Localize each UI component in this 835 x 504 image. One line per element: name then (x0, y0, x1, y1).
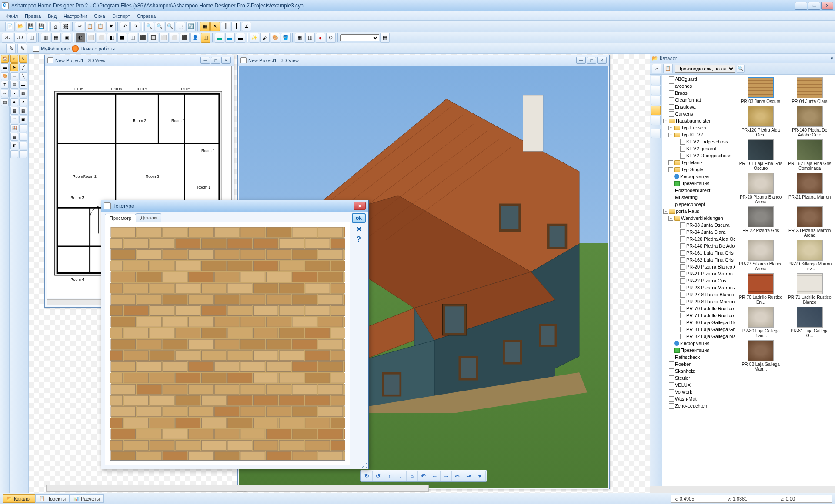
delete-icon[interactable]: ✖ (106, 22, 116, 31)
arrow-icon[interactable]: ➤ (10, 63, 18, 71)
texture-thumb[interactable]: PR-81 Laja Gallega G... (787, 307, 833, 338)
v-c[interactable]: ▤ (10, 81, 18, 89)
zoom-fit-icon[interactable]: 🔍 (165, 22, 175, 31)
paint-icon[interactable]: 🎨 (1, 72, 9, 80)
opt-b[interactable]: ◫ (305, 33, 315, 43)
tree-item[interactable]: Rathscheck (662, 354, 735, 361)
dim-icon[interactable]: ↔ (1, 90, 9, 97)
cut-icon[interactable]: ✂ (75, 22, 84, 31)
render-g[interactable]: 🔲 (149, 33, 158, 43)
copy-icon[interactable]: 📋 (85, 22, 95, 31)
undo-icon[interactable]: ↶ (120, 22, 130, 31)
view-3d-button[interactable]: 3D (14, 33, 26, 43)
tree-item[interactable]: PR-70 Ladrillo Rustico E (662, 305, 735, 312)
edit-mode-a[interactable]: ✎ (6, 44, 16, 53)
tree-branch[interactable]: +Typ Single (662, 166, 735, 173)
tab-preview[interactable]: Просмотр (105, 214, 136, 222)
snap-angle-icon[interactable]: ∠ (242, 22, 251, 31)
tree-item[interactable]: ABCguard (662, 76, 735, 83)
tree-item[interactable]: arconos (662, 83, 735, 90)
cat-side-d[interactable] (651, 116, 661, 125)
cat-side-selected[interactable] (651, 106, 661, 115)
print-icon[interactable]: 🖨 (50, 22, 60, 31)
v-d[interactable]: ▬ (19, 81, 27, 89)
cat-type-icon[interactable]: 📋 (663, 64, 673, 73)
cat-side-folder[interactable] (651, 96, 661, 105)
minimize-button[interactable]: — (795, 2, 807, 10)
menu-view[interactable]: Вид (44, 13, 60, 20)
combo-btn[interactable]: ▤ (380, 33, 390, 43)
tree-item[interactable]: Steuler (662, 375, 735, 381)
nav-down[interactable]: ↓ (395, 471, 407, 481)
v-b[interactable]: ╲ (19, 72, 27, 80)
texture-thumb[interactable]: PR-29 Sillarejo Marron Env... (787, 240, 833, 272)
v-e[interactable]: ▪ (10, 90, 18, 97)
view-combo[interactable] (340, 34, 379, 41)
home-icon[interactable]: 🏠 (1, 55, 9, 63)
render-selected[interactable]: ◫ (201, 33, 210, 43)
grid-icon[interactable]: ▦ (200, 22, 210, 31)
cat-side-b[interactable] (651, 86, 661, 95)
view-2d-button[interactable]: 2D (2, 33, 13, 43)
texture-thumb[interactable]: PR-27 Sillarejo Blanco Arena (738, 240, 784, 272)
render-c[interactable]: ⬜ (97, 33, 106, 43)
tree-item[interactable]: Cleanformat (662, 96, 735, 103)
tree-item[interactable]: PR-162 Laja Fina Gris C (662, 256, 735, 263)
render-e[interactable]: ◫ (128, 33, 137, 43)
texture-thumb[interactable]: PR-80 Laja Gallega Blan... (738, 307, 784, 338)
v-i[interactable]: 🪟 (10, 124, 18, 132)
dialog-resize-grip[interactable] (361, 462, 367, 468)
cat-home-icon[interactable]: ⌂ (652, 64, 661, 73)
v-grid2[interactable]: ▦ (19, 107, 27, 115)
tree-branch[interactable]: −porta Haus (662, 208, 735, 215)
texture-thumb[interactable]: PR-20 Pizarra Blanco Arena (738, 173, 784, 205)
v-a[interactable]: ▭ (10, 72, 18, 80)
nav-tilt-l[interactable]: ⤺ (452, 471, 463, 481)
text-icon[interactable]: T (1, 81, 9, 89)
texture-thumb[interactable]: PR-162 Laja Fina Gris Combinada (787, 139, 833, 171)
tree-item[interactable]: PR-27 Sillarejo Blanco A (662, 291, 735, 298)
tree-item[interactable]: PR-71 Ladrillo Rustico B (662, 312, 735, 319)
opt-a[interactable]: ▦ (295, 33, 304, 43)
menu-export[interactable]: Экспорт (109, 13, 134, 20)
texture-thumb[interactable]: PR-70 Ladrillo Rustico En... (738, 273, 784, 305)
cat-side-a[interactable] (651, 76, 661, 85)
tree-branch[interactable]: +Typ Freisen (662, 124, 735, 131)
tree-item[interactable]: PR-23 Pizarra Marron Ar (662, 284, 735, 291)
layer-c[interactable]: ▬ (236, 33, 245, 43)
help-button[interactable]: ? (352, 235, 366, 244)
subwindow-3d-titlebar[interactable]: New Project1 : 3D-View — ▢ ✕ (238, 55, 609, 66)
nav-rotate-left[interactable]: ↻ (361, 471, 373, 481)
nav-back[interactable]: ↶ (418, 471, 429, 481)
texture-thumb[interactable]: PR-21 Pizarra Marron (787, 173, 833, 205)
layer-a[interactable]: ▬ (215, 33, 224, 43)
tab-details[interactable]: Детали (136, 213, 161, 222)
tree-item[interactable]: PR-82 Laja Gallega Mar (662, 333, 735, 340)
tree-item[interactable]: PR-21 Pizarra Marron (662, 270, 735, 277)
catalog-thumbnails[interactable]: PR-03 Junta OscuraPR-04 Junta ClaraPR-12… (735, 75, 835, 486)
save-icon[interactable]: 💾 (26, 22, 36, 31)
zoom-rect-icon[interactable]: ⬚ (176, 22, 185, 31)
tree-item[interactable]: Skanholz (662, 368, 735, 375)
subwin3d-close[interactable]: ✕ (597, 57, 607, 64)
tree-item[interactable]: pieperconcept (662, 201, 735, 208)
paste-icon[interactable]: 📋 (96, 22, 105, 31)
nav-tilt-r[interactable]: ⤻ (463, 471, 474, 481)
render-k[interactable]: 👤 (190, 33, 200, 43)
catalog-menu-icon[interactable]: ▾ (831, 56, 833, 61)
tree-item[interactable]: KL V2 Erdgeschoss (662, 138, 735, 145)
open-icon[interactable]: 📂 (16, 22, 25, 31)
render-b[interactable]: ⬜ (86, 33, 96, 43)
start-label[interactable]: Начало работы (80, 46, 115, 51)
render-d[interactable]: ◧ (107, 33, 117, 43)
tree-item[interactable]: Ensulowa (662, 103, 735, 110)
catalog-header[interactable]: 📂 Каталог ▾ (650, 54, 835, 63)
tree-item[interactable]: KL V2 gesamt (662, 145, 735, 152)
tree-item[interactable]: HolzbodenDirekt (662, 187, 735, 194)
cursor-icon[interactable]: ↖ (210, 22, 220, 31)
texture-thumb[interactable]: PR-03 Junta Oscura (738, 77, 784, 104)
v-arrow2[interactable]: ↗ (19, 98, 27, 106)
myashampoo-checkbox[interactable] (33, 46, 39, 52)
v-j[interactable] (19, 124, 27, 132)
v-g[interactable]: ⬚ (10, 116, 18, 123)
